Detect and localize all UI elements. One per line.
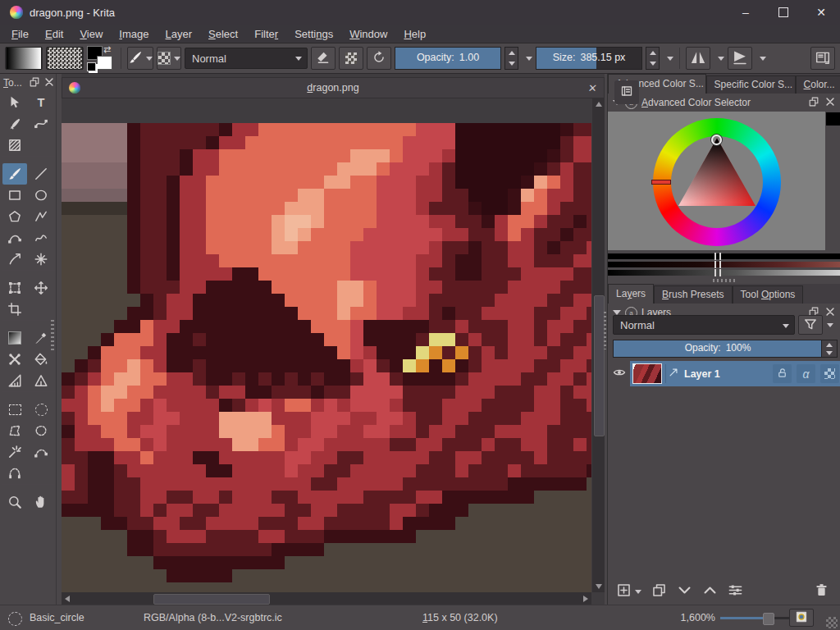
layer-thumbnail[interactable] — [632, 363, 662, 384]
move-layer-up-button[interactable] — [702, 582, 718, 600]
menu-settings[interactable]: Settings — [286, 26, 341, 42]
freehand-path-tool[interactable] — [29, 227, 53, 249]
move-tool[interactable] — [29, 277, 53, 299]
shade-bar-red[interactable] — [608, 262, 840, 267]
tab-specific-color-s[interactable]: Specific Color S... — [706, 75, 796, 94]
freehand-selection-tool[interactable] — [29, 420, 53, 441]
line-tool[interactable] — [29, 163, 53, 185]
move-layer-down-button[interactable] — [677, 582, 692, 600]
pan-tool[interactable] — [29, 491, 53, 513]
menu-image[interactable]: Image — [111, 26, 157, 42]
bezier-selection-tool[interactable] — [29, 441, 53, 463]
zoom-slider[interactable] — [720, 617, 789, 619]
vertical-scrollbar[interactable] — [592, 98, 605, 592]
layer-visibility-eye-icon[interactable] — [613, 366, 626, 381]
hue-ring[interactable] — [653, 118, 781, 246]
close-button[interactable]: ✕ — [802, 0, 840, 25]
resize-grip[interactable] — [826, 617, 838, 628]
menu-filter[interactable]: Filter — [246, 26, 286, 42]
layer-properties-button[interactable] — [728, 582, 743, 600]
rectangle-tool[interactable] — [2, 185, 27, 206]
layer-opacity-slider[interactable]: Opacity:100% — [613, 340, 823, 358]
horizontal-scrollbar[interactable] — [62, 592, 591, 605]
choose-brush-preset-button[interactable] — [157, 47, 181, 70]
canvas-surface[interactable] — [62, 123, 591, 592]
choose-workspace-button[interactable] — [810, 47, 835, 70]
freehand-brush-tool[interactable] — [2, 163, 27, 185]
menu-file[interactable]: File — [3, 26, 37, 42]
close-docker-icon[interactable] — [824, 96, 836, 110]
mirror-vertical-button[interactable] — [728, 47, 752, 70]
mirror-horizontal-button[interactable] — [686, 47, 710, 70]
layer-name[interactable]: Layer 1 — [684, 368, 769, 380]
color-history-bar[interactable] — [608, 253, 840, 259]
elliptical-selection-tool[interactable] — [29, 399, 53, 420]
menu-view[interactable]: View — [71, 26, 111, 42]
foreground-background-colors[interactable]: ⇄ — [87, 46, 115, 71]
opacity-options-button[interactable] — [522, 48, 532, 69]
opacity-spinbox[interactable] — [504, 47, 518, 70]
zoom-slider-handle[interactable] — [763, 613, 774, 625]
duplicate-layer-button[interactable] — [651, 582, 667, 600]
dynamic-brush-tool[interactable] — [2, 249, 27, 270]
add-layer-button[interactable] — [616, 582, 641, 600]
float-docker-icon[interactable] — [808, 96, 819, 110]
tab-brush-presets[interactable]: Brush Presets — [654, 285, 732, 304]
tab-color[interactable]: Color... — [796, 75, 840, 94]
measure-tool[interactable] — [2, 370, 27, 391]
menu-select[interactable]: Select — [200, 26, 246, 42]
tab-layers[interactable]: Layers — [608, 284, 654, 304]
document-tab[interactable]: dragon.png ✕ — [62, 77, 605, 98]
brush-size-slider[interactable]: Size:385.15 px — [536, 47, 642, 70]
opacity-slider[interactable]: Opacity:1.00 — [395, 47, 501, 70]
layer-blending-mode-dropdown[interactable]: Normal — [613, 315, 795, 335]
mirror-horizontal-options[interactable] — [714, 48, 724, 69]
scroll-left-icon[interactable] — [65, 596, 70, 602]
layer-inherit-alpha-button[interactable] — [820, 364, 839, 383]
fill-tool[interactable] — [29, 349, 53, 370]
transform-select-tool[interactable] — [2, 92, 27, 113]
polyline-tool[interactable] — [29, 206, 53, 227]
text-tool[interactable]: T — [29, 92, 53, 113]
document-close-icon[interactable]: ✕ — [587, 82, 598, 94]
reload-preset-button[interactable] — [367, 47, 391, 70]
panel-splitter-handle[interactable] — [604, 312, 606, 349]
layer-alpha-lock-button[interactable]: α — [797, 364, 815, 383]
layer-lock-button[interactable] — [773, 364, 792, 383]
similar-color-selection-tool[interactable] — [2, 441, 27, 463]
polygonal-selection-tool[interactable] — [2, 420, 27, 441]
selector-settings-button[interactable] — [614, 80, 639, 104]
status-image-dimensions[interactable]: 115 x 50 (32.0K) — [422, 612, 498, 623]
color-sampler-tool[interactable] — [29, 327, 53, 349]
color-selector-area[interactable] — [608, 112, 825, 250]
layer-filter-button[interactable] — [798, 315, 823, 335]
scroll-right-icon[interactable] — [583, 596, 588, 602]
menu-layer[interactable]: Layer — [158, 26, 201, 42]
size-options-button[interactable] — [663, 48, 673, 69]
gradient-chooser-button[interactable] — [5, 47, 43, 70]
ellipse-tool[interactable] — [29, 185, 53, 206]
float-docker-icon[interactable] — [29, 76, 40, 90]
layer-row[interactable]: Layer 1 α — [608, 361, 840, 386]
polygon-tool[interactable] — [2, 206, 27, 227]
edit-brush-settings-button[interactable] — [127, 47, 153, 70]
layer-opacity-spinbox[interactable] — [821, 340, 838, 358]
edit-shapes-tool[interactable] — [29, 113, 53, 135]
delete-layer-button[interactable] — [814, 582, 829, 600]
toolbox-drag-handle[interactable] — [51, 320, 54, 353]
size-spinbox[interactable] — [646, 47, 660, 70]
bezier-curve-tool[interactable] — [2, 227, 27, 249]
zoom-tool[interactable] — [2, 491, 27, 513]
shade-bar-gray[interactable] — [608, 270, 840, 276]
maximize-button[interactable] — [765, 0, 802, 25]
transform-tool[interactable] — [2, 277, 27, 299]
docker-resize-handle[interactable] — [713, 279, 736, 282]
layer-filter-options[interactable] — [821, 315, 836, 335]
status-zoom-level[interactable]: 1,600% — [681, 612, 715, 623]
magnetic-selection-tool[interactable] — [2, 463, 27, 484]
gradient-tool[interactable] — [2, 327, 27, 349]
mirror-vertical-options[interactable] — [756, 48, 766, 69]
close-docker-icon[interactable] — [43, 76, 55, 90]
smart-patch-tool[interactable] — [2, 349, 27, 370]
status-brush-name[interactable]: Basic_circle — [30, 612, 84, 623]
